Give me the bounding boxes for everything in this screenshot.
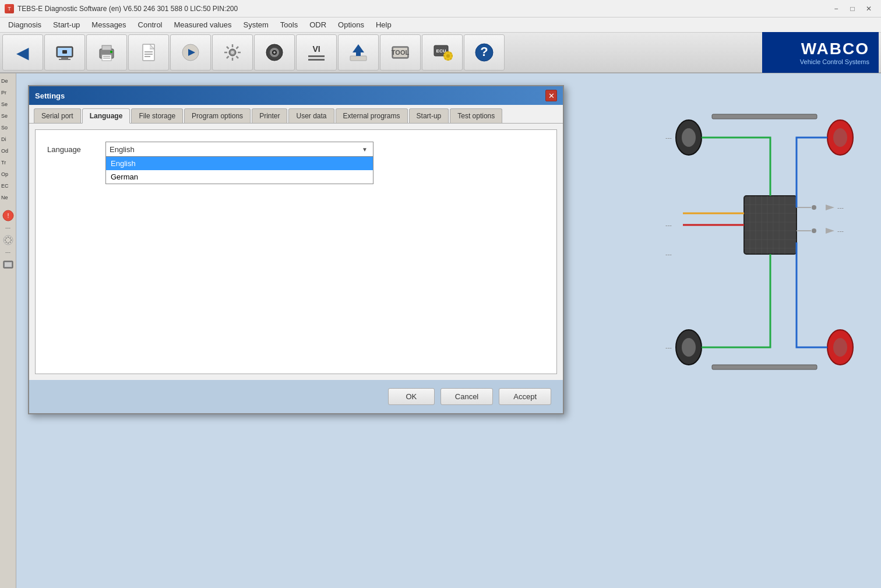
tab-test-options[interactable]: Test options	[450, 108, 502, 123]
toolbar-play-button[interactable]	[170, 34, 211, 71]
sidebar-icon-2	[2, 234, 14, 246]
toolbar-ecu-button[interactable]: ECU	[422, 34, 463, 71]
play-icon	[180, 42, 201, 63]
menu-diagnosis[interactable]: Diagnosis	[2, 19, 47, 31]
maximize-button[interactable]: □	[845, 3, 860, 15]
menu-system[interactable]: System	[238, 19, 274, 31]
language-option-german[interactable]: German	[106, 170, 373, 184]
toolbar-print-button[interactable]	[86, 34, 127, 71]
toolbar-help-button[interactable]: ?	[464, 34, 505, 71]
tab-printer[interactable]: Printer	[252, 108, 287, 123]
language-option-english[interactable]: English	[106, 157, 373, 170]
svg-line-59	[9, 238, 10, 238]
wabco-logo: WABCO Vehicle Control Systems	[762, 32, 879, 73]
toolbar-upload-button[interactable]	[338, 34, 379, 71]
back-icon: ◀	[12, 42, 33, 63]
language-row: Language English ▼ English German	[47, 142, 545, 184]
language-select-box[interactable]: English ▼	[105, 142, 373, 157]
upload-icon	[348, 42, 369, 63]
sidebar-item-di: Di	[1, 134, 15, 145]
svg-text:?: ?	[480, 44, 488, 59]
svg-rect-12	[145, 51, 153, 52]
wabco-name: WABCO	[801, 40, 869, 58]
title-bar-controls: − □ ✕	[829, 3, 876, 15]
wrench-icon: TOOL	[390, 42, 411, 63]
toolbar-wrench-button[interactable]: TOOL	[380, 34, 421, 71]
toolbar-settings-button[interactable]	[212, 34, 253, 71]
svg-line-44	[445, 52, 445, 53]
svg-line-23	[227, 47, 229, 49]
svg-line-47	[445, 58, 445, 59]
svg-line-45	[450, 58, 451, 59]
menu-tools[interactable]: Tools	[274, 19, 304, 31]
menu-measured-values[interactable]: Measured values	[168, 19, 238, 31]
svg-line-26	[227, 57, 229, 59]
close-button[interactable]: ✕	[861, 3, 876, 15]
toolbar-disc-button[interactable]	[254, 34, 295, 71]
wabco-subtitle: Vehicle Control Systems	[800, 58, 869, 65]
svg-line-46	[450, 52, 451, 53]
sidebar-icon-3	[2, 259, 14, 270]
toolbar-connect-button[interactable]	[44, 34, 85, 71]
sidebar-item-od: Od	[1, 146, 15, 156]
tab-serial-port[interactable]: Serial port	[34, 108, 81, 123]
minimize-button[interactable]: −	[829, 3, 844, 15]
menu-help[interactable]: Help	[370, 19, 397, 31]
tab-user-data[interactable]: User data	[288, 108, 334, 123]
main-content: De Pr Se Se So Di Od Tr Op EC Ne ! ---	[0, 73, 881, 588]
svg-line-58	[9, 242, 10, 242]
toolbar-document-button[interactable]	[128, 34, 169, 71]
dialog-close-button[interactable]: ✕	[545, 90, 557, 101]
menu-options[interactable]: Options	[332, 19, 370, 31]
sidebar: De Pr Se Se So Di Od Tr Op EC Ne ! ---	[0, 73, 16, 588]
diagram-area: --- --- --- --- --- --- Settings ✕ Seria…	[16, 73, 881, 588]
title-bar: T TEBS-E Diagnostic Software (en) V6.50 …	[0, 0, 881, 17]
sidebar-icon-1: !	[2, 210, 14, 221]
sidebar-item-se1: Se	[1, 99, 15, 110]
sidebar-item-se2: Se	[1, 111, 15, 121]
sidebar-item-de: De	[1, 76, 15, 86]
menu-control[interactable]: Control	[132, 19, 168, 31]
app-icon: T	[5, 4, 14, 13]
svg-line-25	[237, 47, 239, 49]
title-bar-text: TEBS-E Diagnostic Software (en) V6.50 24…	[17, 5, 829, 13]
dialog-content: Language English ▼ English German	[35, 129, 557, 374]
tab-file-storage[interactable]: File storage	[131, 108, 183, 123]
tab-program-options[interactable]: Program options	[184, 108, 251, 123]
svg-text:!: !	[7, 212, 9, 219]
svg-rect-62	[5, 262, 12, 267]
connect-icon	[54, 42, 75, 63]
svg-rect-6	[102, 45, 111, 50]
dialog-overlay: Settings ✕ Serial port Language File sto…	[16, 73, 881, 588]
language-control: English ▼ English German	[105, 142, 373, 184]
sidebar-item-op: Op	[1, 169, 15, 179]
toolbar: ◀	[0, 33, 881, 73]
disc-icon	[264, 42, 285, 63]
ok-button[interactable]: OK	[388, 388, 435, 405]
accept-button[interactable]: Accept	[499, 388, 551, 405]
sidebar-item-pr: Pr	[1, 87, 15, 98]
document-icon	[138, 42, 159, 63]
svg-marker-32	[353, 44, 364, 56]
sidebar-item-ec: EC	[1, 181, 15, 191]
cancel-button[interactable]: Cancel	[440, 388, 493, 405]
sidebar-item-so: So	[1, 122, 15, 133]
print-icon	[96, 42, 117, 63]
svg-rect-8	[103, 56, 110, 57]
toolbar-back-button[interactable]: ◀	[2, 34, 43, 71]
menu-messages[interactable]: Messages	[86, 19, 132, 31]
tab-language[interactable]: Language	[82, 108, 131, 124]
svg-rect-9	[103, 58, 110, 59]
menu-startup[interactable]: Start-up	[47, 19, 86, 31]
tab-startup[interactable]: Start-up	[409, 108, 449, 123]
svg-line-24	[237, 57, 239, 59]
ecu-icon: ECU	[432, 42, 453, 63]
tab-external-programs[interactable]: External programs	[336, 108, 408, 123]
language-selected-value: English	[110, 145, 135, 154]
menu-odr[interactable]: ODR	[304, 19, 332, 31]
svg-rect-4	[62, 50, 67, 54]
settings-icon	[222, 42, 243, 63]
toolbar-vi-button[interactable]: VI	[296, 34, 337, 71]
settings-dialog: Settings ✕ Serial port Language File sto…	[28, 85, 564, 414]
dropdown-arrow-icon: ▼	[360, 145, 369, 154]
